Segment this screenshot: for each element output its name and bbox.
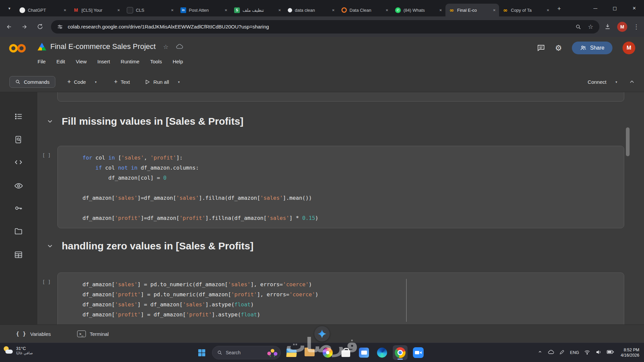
reload-button[interactable]	[34, 20, 46, 33]
close-button[interactable]: ✕	[625, 0, 644, 16]
data-table-icon[interactable]	[12, 248, 25, 261]
url-text[interactable]: colab.research.google.com/drive/1RadJKMi…	[68, 24, 269, 29]
gemini-spark-button[interactable]	[314, 326, 330, 342]
downloads-icon[interactable]	[604, 23, 611, 30]
clock-widget[interactable]: 8:52 PM 4/16/2026	[621, 347, 639, 358]
connect-dropdown-icon[interactable]: ▾	[615, 80, 617, 84]
menu-edit[interactable]: Edit	[56, 59, 65, 64]
weather-widget[interactable]: 31°C صافي غالبًا	[3, 346, 33, 356]
start-button[interactable]	[195, 346, 209, 360]
tray-chevron-up-icon[interactable]	[537, 349, 543, 356]
tab-close-icon[interactable]: ✕	[547, 8, 549, 12]
browser-profile-avatar[interactable]: M	[617, 22, 627, 32]
browser-tab[interactable]: CLS✕	[123, 4, 177, 16]
collapse-section-icon[interactable]	[46, 118, 54, 125]
run-dropdown-icon[interactable]: ▾	[178, 80, 180, 84]
reload-icon	[37, 23, 43, 30]
notebook-scrollbar[interactable]	[626, 127, 630, 156]
lens-search-icon[interactable]	[575, 24, 581, 30]
add-code-button[interactable]: + Code ▾	[67, 78, 97, 85]
tab-close-icon[interactable]: ✕	[117, 8, 120, 12]
tab-close-icon[interactable]: ✕	[386, 8, 388, 12]
language-indicator[interactable]: ENG	[570, 350, 579, 355]
secrets-key-icon[interactable]	[12, 201, 25, 215]
code-cell[interactable]: for col in ['sales', 'profit']: if col n…	[57, 146, 624, 228]
site-info-icon[interactable]	[57, 24, 63, 30]
onedrive-cloud-icon[interactable]	[548, 349, 554, 357]
run-all-button[interactable]: Run all ▾	[145, 79, 180, 85]
tab-close-icon[interactable]: ✕	[64, 8, 66, 12]
menu-file[interactable]: File	[38, 59, 46, 64]
cloud-save-icon[interactable]	[176, 43, 183, 50]
variables-panel-button[interactable]: { } Variables	[16, 331, 51, 337]
browser-tab[interactable]: M[CLS] Your✕	[70, 4, 123, 16]
tab-close-icon[interactable]: ✕	[493, 8, 496, 12]
execution-count[interactable]: [ ]	[42, 279, 51, 285]
code-cell[interactable]: df_amazon['sales'] = pd.to_numeric(df_am…	[57, 273, 624, 324]
star-notebook-icon[interactable]: ☆	[163, 43, 168, 50]
browser-tab[interactable]: data clean✕	[284, 4, 338, 16]
comments-icon[interactable]	[537, 44, 545, 52]
colab-logo[interactable]	[8, 42, 27, 56]
code-editor[interactable]: for col in ['sales', 'profit']: if col n…	[58, 146, 624, 223]
back-button[interactable]	[3, 20, 15, 33]
menu-help[interactable]: Help	[173, 59, 183, 64]
forward-button[interactable]	[18, 20, 31, 33]
account-avatar[interactable]: M	[623, 42, 635, 54]
taskbar-app-chrome[interactable]	[393, 345, 408, 360]
collapse-section-icon[interactable]	[46, 242, 54, 250]
tab-close-icon[interactable]: ✕	[332, 8, 335, 12]
menu-runtime[interactable]: Runtime	[121, 59, 140, 64]
browser-tab[interactable]: inPost Atten✕	[177, 4, 231, 16]
browser-tab[interactable]: ✆(84) Whats✕	[392, 4, 445, 16]
address-bar[interactable]: colab.research.google.com/drive/1RadJKMi…	[51, 20, 599, 34]
pen-icon[interactable]	[559, 349, 565, 356]
table-of-contents-icon[interactable]	[12, 110, 25, 123]
files-folder-icon[interactable]	[12, 225, 25, 238]
settings-gear-icon[interactable]: ⚙	[555, 44, 562, 52]
execution-count[interactable]: [ ]	[42, 153, 51, 158]
taskbar-app-mail[interactable]	[357, 345, 371, 360]
code-editor[interactable]: df_amazon['sales'] = pd.to_numeric(df_am…	[58, 273, 624, 320]
tab-close-icon[interactable]: ✕	[439, 8, 442, 12]
wifi-icon[interactable]	[584, 349, 590, 357]
volume-icon[interactable]	[595, 349, 602, 357]
menu-view[interactable]: View	[76, 59, 87, 64]
browser-tab[interactable]: Data Clean✕	[338, 4, 392, 16]
battery-icon[interactable]	[607, 349, 614, 356]
browser-menu-icon[interactable]: ⋮	[633, 23, 639, 30]
taskbar-app-photos[interactable]	[320, 345, 335, 360]
collapse-header-button[interactable]	[629, 78, 635, 85]
taskbar-app-edge[interactable]	[375, 345, 389, 360]
new-tab-button[interactable]: +	[554, 4, 564, 14]
variable-inspector-icon[interactable]	[12, 179, 25, 192]
browser-tab[interactable]: 5تنظيف ملف✕	[231, 4, 284, 16]
find-replace-icon[interactable]	[12, 133, 25, 146]
tab-close-icon[interactable]: ✕	[278, 8, 281, 12]
taskbar-app-zoom[interactable]	[411, 345, 426, 360]
taskbar-app-folder[interactable]	[302, 345, 317, 360]
menu-tools[interactable]: Tools	[150, 59, 162, 64]
tab-close-icon[interactable]: ✕	[171, 8, 174, 12]
tab-search-button[interactable]: ▾	[4, 3, 15, 14]
code-snippets-icon[interactable]	[12, 156, 25, 169]
add-text-button[interactable]: + Text	[114, 78, 130, 85]
taskbar-app-store[interactable]	[338, 345, 353, 360]
commands-button[interactable]: Commands	[9, 76, 55, 88]
tab-close-icon[interactable]: ✕	[225, 8, 227, 12]
notebook-title[interactable]: Final E-commerce Sales Project	[50, 42, 156, 51]
browser-tab[interactable]: ∞Final E-co✕	[445, 4, 499, 16]
minimize-button[interactable]: —	[586, 0, 605, 16]
search-highlights-icon[interactable]	[267, 348, 278, 358]
taskbar-search[interactable]: Search	[212, 346, 281, 359]
browser-tab[interactable]: ChatGPT✕	[16, 4, 70, 16]
browser-tab[interactable]: ∞Copy of Ta✕	[499, 4, 553, 16]
maximize-button[interactable]: □	[605, 0, 625, 16]
connect-button[interactable]: Connect ▾	[588, 79, 617, 85]
menu-insert[interactable]: Insert	[97, 59, 110, 64]
taskbar-app-file-explorer[interactable]	[284, 345, 299, 360]
share-button[interactable]: Share	[572, 42, 612, 54]
terminal-panel-button[interactable]: >_ Terminal	[77, 330, 109, 337]
code-dropdown-icon[interactable]: ▾	[95, 80, 97, 84]
bookmark-star-icon[interactable]: ☆	[588, 23, 593, 30]
